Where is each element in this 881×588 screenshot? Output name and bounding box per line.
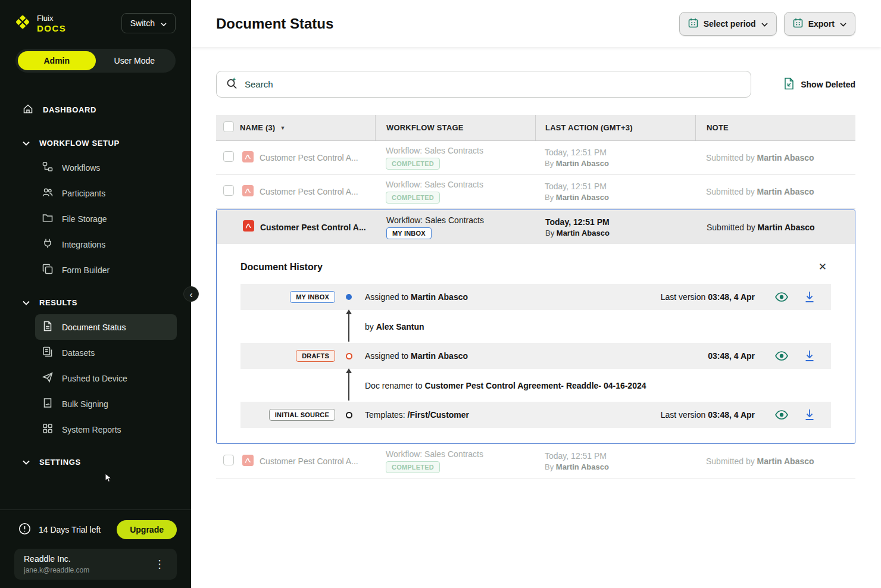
- item-label: Pushed to Device: [62, 374, 127, 383]
- column-label: NAME (3): [240, 123, 275, 132]
- sidebar-collapse-button[interactable]: ‹: [183, 286, 199, 302]
- last-action-time: Today, 12:51 PM: [545, 217, 696, 227]
- table-row[interactable]: Customer Pest Control A... Workflow: Sal…: [216, 445, 855, 478]
- folder-icon: [42, 212, 53, 225]
- preview-icon[interactable]: [775, 410, 788, 420]
- by-label: By: [545, 159, 554, 168]
- sidebar-item-system-reports[interactable]: System Reports: [14, 417, 177, 442]
- sidebar-item-participants[interactable]: Participants: [14, 180, 177, 206]
- download-icon[interactable]: [805, 409, 814, 421]
- section-label: WORKFLOW SETUP: [39, 139, 120, 148]
- history-entry: MY INBOX Assigned to Martin Abasco Last …: [240, 284, 831, 310]
- row-checkbox[interactable]: [223, 455, 234, 465]
- signature-icon: [42, 398, 53, 410]
- sidebar-nav: DASHBOARD WORKFLOW SETUP Workflows Parti…: [0, 96, 191, 509]
- page-header: Document Status Select period Export: [191, 0, 881, 47]
- account-email: jane.k@readdle.com: [24, 566, 89, 574]
- dashboard-label: DASHBOARD: [43, 105, 96, 114]
- workflow-stage-text: Workflow: Sales Contracts: [386, 449, 535, 459]
- sidebar-bottom: 14 Days Trial left Upgrade Readdle Inc. …: [0, 509, 191, 588]
- version-time: 03:48, 4 Apr: [708, 410, 755, 420]
- item-label: Bulk Signing: [62, 399, 108, 409]
- preview-icon[interactable]: [775, 351, 788, 361]
- sidebar-item-form-builder[interactable]: Form Builder: [14, 257, 177, 283]
- account-card[interactable]: Readdle Inc. jane.k@readdle.com ⋮: [14, 549, 177, 580]
- admin-mode-button[interactable]: Admin: [18, 51, 96, 70]
- sort-caret-icon: ▼: [280, 125, 285, 131]
- sidebar-item-pushed-to-device[interactable]: Pushed to Device: [14, 365, 177, 391]
- note-cell: Submitted by Martin Abasco: [696, 223, 855, 232]
- fluix-diamond-icon: [14, 14, 31, 33]
- connector-detail: Alex Santun: [376, 322, 424, 331]
- sidebar-item-workflows[interactable]: Workflows: [14, 155, 177, 180]
- pdf-icon: [243, 220, 254, 234]
- row-checkbox[interactable]: [223, 151, 234, 162]
- sidebar: Fluix DOCS Switch Admin User Mode DASHBO…: [0, 0, 191, 588]
- history-stage-badge: MY INBOX: [290, 291, 335, 303]
- chevron-down-icon: [840, 19, 846, 29]
- workflow-stage-text: Workflow: Sales Contracts: [386, 146, 535, 155]
- last-action-time: Today, 12:51 PM: [545, 451, 695, 461]
- column-label: WORKFLOW STAGE: [386, 123, 464, 132]
- document-name: Customer Pest Control A...: [260, 456, 358, 466]
- row-checkbox[interactable]: [223, 185, 234, 196]
- section-workflow-setup[interactable]: WORKFLOW SETUP: [14, 132, 177, 155]
- toolbar: Show Deleted: [216, 71, 855, 98]
- note-label: Submitted by: [707, 223, 755, 232]
- table-row[interactable]: Customer Pest Control A... Workflow: Sal…: [216, 141, 855, 175]
- app-window: Fluix DOCS Switch Admin User Mode DASHBO…: [0, 0, 881, 588]
- kebab-menu-icon[interactable]: ⋮: [149, 558, 170, 571]
- note-name: Martin Abasco: [757, 456, 814, 466]
- note-name: Martin Abasco: [758, 223, 815, 232]
- datasets-icon: [42, 346, 53, 359]
- select-period-button[interactable]: Select period: [679, 12, 777, 36]
- section-results[interactable]: RESULTS: [14, 291, 177, 314]
- close-icon[interactable]: ✕: [814, 259, 831, 274]
- item-label: File Storage: [62, 214, 107, 224]
- company-name: Readdle Inc.: [24, 554, 89, 564]
- version-time: 03:48, 4 Apr: [708, 351, 755, 361]
- note-name: Martin Abasco: [757, 153, 814, 162]
- last-action-time: Today, 12:51 PM: [545, 182, 695, 191]
- section-settings[interactable]: SETTINGS: [14, 451, 177, 474]
- select-period-label: Select period: [704, 19, 756, 29]
- search-input[interactable]: [245, 79, 742, 89]
- preview-icon[interactable]: [775, 292, 788, 302]
- table-row-selected[interactable]: Customer Pest Control A... Workflow: Sal…: [217, 210, 855, 244]
- export-button[interactable]: Export: [784, 12, 855, 36]
- history-subject: Martin Abasco: [411, 351, 468, 361]
- section-label: SETTINGS: [39, 458, 81, 467]
- sidebar-item-document-status[interactable]: Document Status: [35, 314, 177, 340]
- show-deleted-toggle[interactable]: Show Deleted: [783, 77, 855, 92]
- grid-icon: [42, 423, 53, 436]
- user-mode-button[interactable]: User Mode: [96, 51, 174, 70]
- version-time: 03:48, 4 Apr: [708, 292, 755, 302]
- item-label: System Reports: [62, 425, 121, 434]
- by-name: Martin Abasco: [557, 229, 610, 237]
- note-cell: Submitted by Martin Abasco: [695, 153, 855, 162]
- download-icon[interactable]: [805, 350, 814, 362]
- switch-button[interactable]: Switch: [121, 13, 176, 33]
- sidebar-item-bulk-signing[interactable]: Bulk Signing: [14, 391, 177, 417]
- search-box[interactable]: [216, 71, 751, 98]
- sidebar-top: Fluix DOCS Switch: [0, 0, 191, 33]
- item-label: Form Builder: [62, 265, 110, 275]
- note-cell: Submitted by Martin Abasco: [695, 187, 855, 196]
- table-row[interactable]: Customer Pest Control A... Workflow: Sal…: [216, 175, 855, 209]
- stage-badge: MY INBOX: [386, 227, 432, 239]
- download-icon[interactable]: [805, 291, 814, 303]
- status-dot-icon: [346, 353, 352, 359]
- status-dot-icon: [346, 294, 352, 300]
- sidebar-item-dashboard[interactable]: DASHBOARD: [14, 96, 177, 123]
- column-header-name[interactable]: NAME (3) ▼: [240, 123, 375, 132]
- brand-name: Fluix: [37, 14, 66, 23]
- history-subject: /First/Customer: [408, 410, 469, 420]
- upgrade-button[interactable]: Upgrade: [117, 520, 177, 539]
- by-label: By: [545, 193, 554, 202]
- select-all-checkbox[interactable]: [223, 121, 234, 132]
- sidebar-item-file-storage[interactable]: File Storage: [14, 206, 177, 232]
- by-name: Martin Abasco: [556, 462, 609, 471]
- sidebar-item-integrations[interactable]: Integrations: [14, 232, 177, 257]
- by-name: Martin Abasco: [556, 159, 609, 168]
- sidebar-item-datasets[interactable]: Datasets: [14, 340, 177, 365]
